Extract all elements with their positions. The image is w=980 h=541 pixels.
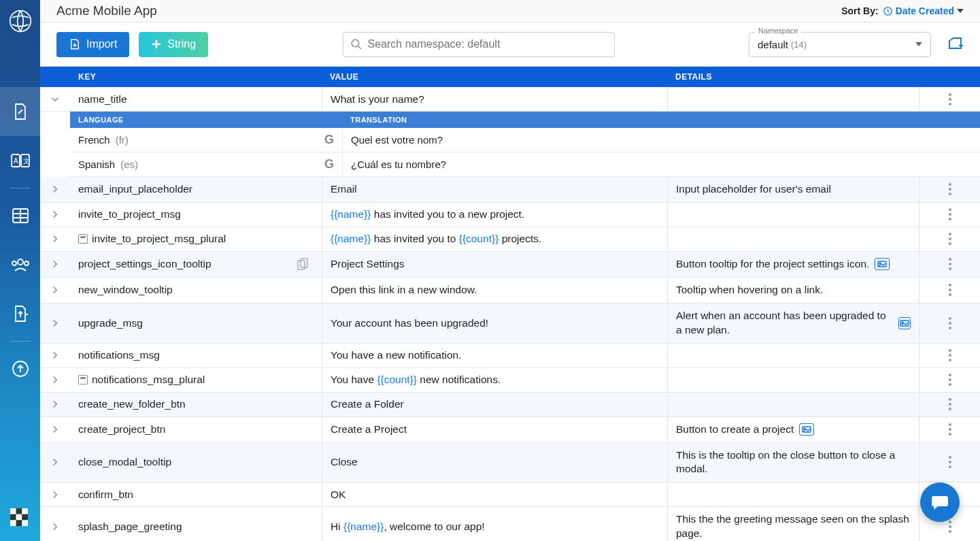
cell-details: Button tooltip for the project settings … xyxy=(667,252,919,277)
image-badge-icon[interactable] xyxy=(898,317,911,329)
svg-point-7 xyxy=(12,261,16,265)
import-button[interactable]: Import xyxy=(56,32,129,57)
cell-details xyxy=(667,203,919,227)
expand-toggle[interactable] xyxy=(40,203,70,227)
table-row: invite_to_project_msg{{name}} has invite… xyxy=(40,203,980,227)
sort-by-dropdown[interactable]: Date Created xyxy=(883,5,964,16)
expand-toggle[interactable] xyxy=(40,393,70,416)
table-row: upgrade_msgYour account has been upgrade… xyxy=(40,304,980,344)
expand-toggle[interactable] xyxy=(40,344,70,367)
chat-fab[interactable] xyxy=(920,482,960,522)
cell-key[interactable]: create_new_folder_btn xyxy=(70,393,322,416)
table-row: name_titleWhat is your name? xyxy=(40,87,980,112)
row-menu[interactable] xyxy=(919,443,980,482)
translation-text[interactable]: Quel est votre nom? xyxy=(342,128,980,152)
cell-value[interactable]: OK xyxy=(322,482,667,506)
table-row: close_modal_tooltipCloseThis is the tool… xyxy=(40,443,980,483)
row-menu[interactable] xyxy=(919,393,980,416)
expand-toggle[interactable] xyxy=(40,482,70,506)
nav-item-team[interactable] xyxy=(0,240,40,289)
expand-toggle[interactable] xyxy=(40,443,70,482)
top-bar: Acme Mobile App Sort By: Date Created xyxy=(40,0,980,22)
row-menu[interactable] xyxy=(919,368,980,392)
cell-key[interactable]: create_project_btn xyxy=(70,417,322,442)
cell-details xyxy=(667,393,919,416)
expand-toggle[interactable] xyxy=(40,278,70,303)
svg-rect-15 xyxy=(22,514,28,521)
more-icon xyxy=(949,233,951,245)
cell-value[interactable]: {{name}} has invited you to {{count}} pr… xyxy=(322,227,667,251)
cell-key[interactable]: close_modal_tooltip xyxy=(70,443,322,482)
cell-value[interactable]: {{name}} has invited you to a new projec… xyxy=(322,203,667,227)
app-logo-icon xyxy=(9,10,32,33)
cell-value[interactable]: Email xyxy=(322,177,667,202)
table-row: invite_to_project_msg_plural{{name}} has… xyxy=(40,227,980,252)
cell-value[interactable]: Create a Project xyxy=(322,417,667,442)
row-menu[interactable] xyxy=(919,278,980,303)
copy-icon[interactable] xyxy=(297,258,308,270)
cell-key[interactable]: confirm_btn xyxy=(70,482,322,506)
table-header: KEY VALUE DETAILS xyxy=(40,67,980,87)
nav-item-export[interactable] xyxy=(0,289,40,338)
image-badge-icon[interactable] xyxy=(799,423,814,436)
cell-key[interactable]: notifications_msg_plural xyxy=(70,368,322,392)
row-menu[interactable] xyxy=(919,344,980,367)
row-menu[interactable] xyxy=(919,203,980,227)
cell-key[interactable]: invite_to_project_msg xyxy=(70,203,322,227)
svg-rect-18 xyxy=(22,520,28,526)
cell-key[interactable]: upgrade_msg xyxy=(70,304,322,343)
nav-item-editor[interactable] xyxy=(0,87,40,136)
cell-key[interactable]: new_window_tooltip xyxy=(70,278,322,303)
row-menu[interactable] xyxy=(919,177,980,202)
expand-toggle[interactable] xyxy=(40,304,70,343)
row-menu[interactable] xyxy=(919,417,980,442)
cell-value[interactable]: You have {{count}} new notifications. xyxy=(322,368,667,392)
row-menu[interactable] xyxy=(919,87,980,111)
cell-key[interactable]: splash_page_greeting xyxy=(70,507,322,541)
image-badge-icon[interactable] xyxy=(875,258,890,270)
more-icon xyxy=(949,349,951,361)
svg-rect-12 xyxy=(22,508,28,514)
svg-rect-17 xyxy=(16,520,22,526)
cell-key[interactable]: email_input_placeholder xyxy=(70,177,322,202)
search-input-wrap[interactable] xyxy=(343,32,615,57)
search-input[interactable] xyxy=(368,38,607,50)
translation-text[interactable]: ¿Cuál es tu nombre? xyxy=(342,152,980,176)
column-header-value: VALUE xyxy=(322,67,667,87)
expand-toggle[interactable] xyxy=(40,507,70,541)
table-row: confirm_btnOK xyxy=(40,482,980,507)
cell-value[interactable]: Open this link in a new window. xyxy=(322,278,667,303)
row-menu[interactable] xyxy=(919,252,980,277)
expand-toggle[interactable] xyxy=(40,252,70,277)
row-menu[interactable] xyxy=(919,227,980,251)
translation-header: LANGUAGETRANSLATION xyxy=(70,112,980,128)
add-namespace-icon[interactable] xyxy=(947,36,964,52)
google-translate-icon[interactable]: G xyxy=(324,157,334,171)
row-menu[interactable] xyxy=(919,304,980,343)
expand-toggle[interactable] xyxy=(40,417,70,442)
namespace-select[interactable]: default (14) xyxy=(749,32,931,57)
more-icon xyxy=(949,258,951,270)
cell-key[interactable]: project_settings_icon_tooltip xyxy=(70,252,322,277)
cell-details xyxy=(667,368,919,392)
nav-item-languages[interactable]: A文 xyxy=(0,136,40,185)
cell-value[interactable]: What is your name? xyxy=(322,87,667,111)
google-translate-icon[interactable]: G xyxy=(324,133,334,147)
cell-value[interactable]: Your account has been upgraded! xyxy=(322,304,667,343)
cell-value[interactable]: Create a Folder xyxy=(322,393,667,416)
cell-value[interactable]: Close xyxy=(322,443,667,482)
nav-item-grid[interactable] xyxy=(10,508,31,529)
nav-item-sync[interactable] xyxy=(0,344,40,393)
cell-value[interactable]: Hi {{name}}, welcome to our app! xyxy=(322,507,667,541)
cell-key[interactable]: name_title xyxy=(70,87,322,111)
nav-item-table[interactable] xyxy=(0,191,40,240)
add-string-button[interactable]: String xyxy=(139,32,208,57)
expand-toggle[interactable] xyxy=(40,177,70,202)
expand-toggle[interactable] xyxy=(40,368,70,392)
expand-toggle[interactable] xyxy=(40,87,70,111)
expand-toggle[interactable] xyxy=(40,227,70,251)
cell-key[interactable]: invite_to_project_msg_plural xyxy=(70,227,322,251)
cell-key[interactable]: notifications_msg xyxy=(70,344,322,367)
cell-value[interactable]: Project Settings xyxy=(322,252,667,277)
cell-value[interactable]: You have a new notification. xyxy=(322,344,667,367)
